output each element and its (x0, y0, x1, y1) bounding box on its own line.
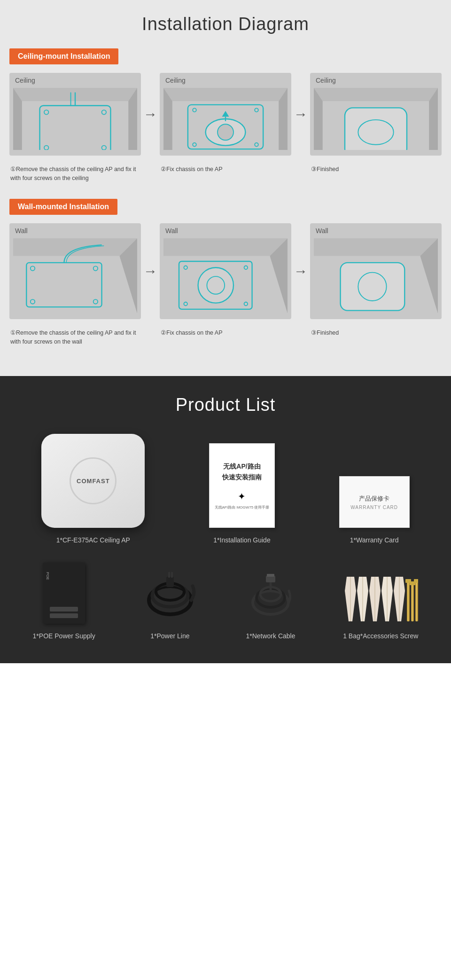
installation-section: Installation Diagram Ceiling-mount Insta… (0, 0, 451, 376)
wall-step-1-svg (13, 238, 137, 314)
ceiling-arrow-1: → (141, 106, 160, 122)
netcable-image (245, 567, 296, 624)
svg-rect-3 (22, 101, 128, 150)
ceiling-step-1-label: Ceiling (9, 73, 141, 84)
warranty-label: 1*Warranty Card (350, 536, 399, 544)
netcable-label: 1*Network Cable (246, 632, 295, 640)
product-ap: COMFAST 1*CF-E375AC Ceiling AP (41, 434, 145, 544)
guide-book-title-cn: 无线AP/路由 快速安装指南 (222, 461, 262, 482)
screw-group (405, 579, 418, 621)
svg-point-17 (218, 124, 233, 140)
product-warranty: 产品保修卡 WARRANTY CARD 1*Warranty Card (339, 476, 410, 544)
poe-label-text: POE (46, 572, 50, 580)
svg-rect-28 (345, 108, 407, 150)
product-poe: POE 1*POE Power Supply (33, 563, 95, 640)
ceiling-desc-3: ③Finished (310, 163, 442, 185)
poe-port-2 (50, 613, 78, 618)
wall-step-2: Wall (160, 223, 291, 319)
product-netcable: 1*Network Cable (245, 567, 296, 640)
guide-image: 无线AP/路由 快速安装指南 ✦ 无线AP/路由 MOGW75 使用手册 (209, 443, 275, 528)
wall-step-3-svg (314, 238, 438, 314)
wall-desc-2: ②Fix chassis on the AP (160, 327, 291, 348)
wall-step-3: Wall (310, 223, 442, 319)
svg-rect-61 (171, 572, 173, 578)
ceiling-step-2: Ceiling (160, 73, 291, 156)
ceiling-subsection: Ceiling-mount Installation Ceiling (9, 48, 442, 185)
ap-image: COMFAST (41, 434, 145, 528)
wall-desc-3: ③Finished (310, 327, 442, 348)
poe-image: POE (43, 563, 85, 624)
wall-step-3-label: Wall (310, 223, 442, 235)
wall-step-1: Wall (9, 223, 141, 319)
screws-svg (343, 572, 418, 624)
ceiling-desc-1: ①Remove the chassis of the ceiling AP an… (9, 163, 141, 185)
svg-rect-82 (414, 579, 418, 583)
ceiling-step-3-svg (314, 88, 438, 150)
svg-marker-30 (13, 238, 137, 256)
svg-rect-81 (415, 579, 418, 621)
ceiling-step-1: Ceiling (9, 73, 141, 156)
product-powerline: 1*Power Line (142, 567, 198, 640)
powerline-svg (142, 567, 198, 624)
installation-title: Installation Diagram (9, 14, 442, 34)
wall-subsection: Wall-mounted Installation Wall (9, 199, 442, 348)
warranty-image: 产品保修卡 WARRANTY CARD (339, 476, 410, 528)
guide-book-subtitle: 无线AP/路由 MOGW75 使用手册 (215, 505, 270, 510)
guide-line2: 快速安装指南 (222, 472, 262, 482)
ceiling-step-3-label: Ceiling (310, 73, 442, 84)
svg-marker-33 (13, 256, 137, 314)
wall-arrow-2: → (291, 263, 310, 279)
ap-label: 1*CF-E375AC Ceiling AP (56, 536, 130, 544)
svg-marker-50 (314, 238, 438, 256)
guide-book-visual: 无线AP/路由 快速安装指南 ✦ 无线AP/路由 MOGW75 使用手册 (209, 443, 275, 528)
svg-rect-59 (166, 577, 174, 587)
poe-port-1 (50, 607, 78, 612)
warranty-en-text: WARRANTY CARD (350, 505, 398, 510)
screws-label: 1 Bag*Accessories Screw (343, 632, 418, 640)
svg-rect-79 (411, 581, 414, 621)
warranty-cn-text: 产品保修卡 (359, 494, 389, 503)
powerline-label: 1*Power Line (150, 632, 189, 640)
guide-line1: 无线AP/路由 (222, 461, 262, 471)
svg-marker-11 (163, 88, 288, 101)
screws-image (343, 572, 418, 624)
product-guide: 无线AP/路由 快速安装指南 ✦ 无线AP/路由 MOGW75 使用手册 1*I… (209, 443, 275, 544)
svg-marker-24 (314, 88, 438, 101)
svg-rect-77 (407, 579, 410, 621)
ap-inner-circle: COMFAST (70, 457, 117, 504)
svg-marker-39 (163, 238, 288, 256)
guide-label: 1*Installation Guide (213, 536, 270, 544)
wall-arrow-1: → (141, 263, 160, 279)
product-section: Product List COMFAST 1*CF-E375AC Ceiling… (0, 376, 451, 663)
wall-step-2-label: Wall (160, 223, 291, 235)
ceiling-step-2-svg (163, 88, 288, 150)
wall-step-1-label: Wall (9, 223, 141, 235)
ceiling-step-1-svg (13, 88, 137, 150)
ceiling-arrow-2: → (291, 106, 310, 122)
wall-badge: Wall-mounted Installation (9, 199, 117, 215)
netcable-svg (245, 567, 296, 624)
ap-brand-text: COMFAST (77, 478, 110, 485)
guide-book-icon: ✦ (238, 491, 246, 502)
powerline-image (142, 567, 198, 624)
ceiling-badge: Ceiling-mount Installation (9, 48, 118, 64)
warranty-card-visual: 产品保修卡 WARRANTY CARD (339, 476, 410, 528)
wall-step-2-svg (163, 238, 288, 314)
product-title: Product List (14, 395, 437, 415)
svg-point-48 (198, 267, 233, 303)
wall-desc-1: ①Remove the chassis of the ceiling AP an… (9, 327, 141, 348)
ap-device-visual: COMFAST (41, 434, 145, 528)
svg-rect-60 (168, 572, 170, 578)
ceiling-step-3: Ceiling (310, 73, 442, 156)
poe-label: 1*POE Power Supply (33, 632, 95, 640)
poe-device-visual: POE (43, 563, 85, 624)
svg-rect-66 (267, 574, 274, 577)
svg-rect-65 (266, 576, 275, 582)
svg-rect-54 (341, 262, 405, 310)
product-screws: 1 Bag*Accessories Screw (343, 572, 418, 640)
ceiling-desc-2: ②Fix chassis on the AP (160, 163, 291, 185)
ceiling-step-2-label: Ceiling (160, 73, 291, 84)
anchor-group (345, 577, 405, 621)
